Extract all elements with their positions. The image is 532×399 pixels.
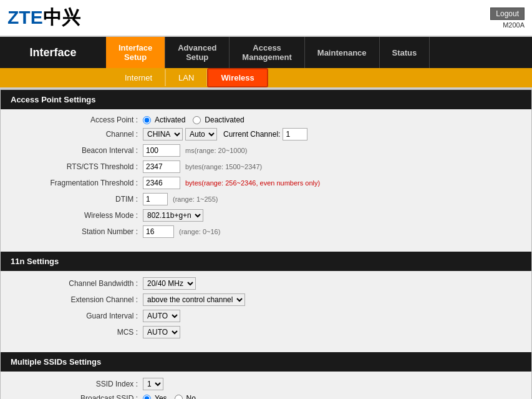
dtim-value: (range: 1~255): [143, 193, 218, 205]
nav-interface-label: Interface: [0, 37, 106, 68]
guard-interval-row: Guard Interval : AUTO: [13, 310, 519, 322]
tab-interface-setup[interactable]: InterfaceSetup: [106, 37, 165, 68]
rts-value: bytes(range: 1500~2347): [143, 160, 262, 173]
deactivated-label: Deactivated: [205, 116, 244, 124]
ext-channel-label: Extension Channel :: [13, 295, 138, 304]
access-point-label: Access Point :: [13, 116, 138, 124]
ext-channel-select[interactable]: above the control channel: [143, 293, 245, 306]
current-channel-label: Current Channel:: [223, 130, 280, 139]
dtim-hint: (range: 1~255): [173, 195, 218, 203]
wireless-mode-value: 802.11b+g+n: [143, 209, 203, 222]
station-hint: (range: 0~16): [179, 228, 220, 235]
tab-access-management[interactable]: AccessManagement: [230, 37, 304, 68]
channel-bw-label: Channel Bandwidth :: [13, 279, 138, 288]
access-point-section-header: Access Point Settings: [1, 90, 531, 109]
channel-country-select[interactable]: CHINA: [143, 128, 183, 140]
channel-bw-row: Channel Bandwidth : 20/40 MHz: [13, 277, 519, 290]
tab-status[interactable]: Status: [380, 37, 430, 68]
frag-row: Fragmentation Threshold : bytes(range: 2…: [13, 177, 519, 189]
guard-interval-label: Guard Interval :: [13, 312, 138, 320]
rts-label: RTS/CTS Threshold :: [13, 162, 138, 171]
broadcast-ssid-label: Broadcast SSID :: [13, 394, 138, 399]
frag-value: bytes(range: 256~2346, even numbers only…: [143, 177, 320, 189]
multiple-ssids-header: Multiple SSIDs Settings: [1, 352, 531, 372]
subnav-wireless[interactable]: Wireless: [207, 68, 268, 87]
mcs-label: MCS :: [13, 328, 138, 337]
mcs-row: MCS : AUTO: [13, 326, 519, 338]
broadcast-no-radio[interactable]: [175, 395, 183, 400]
dtim-input[interactable]: [143, 193, 168, 205]
guard-interval-select[interactable]: AUTO: [143, 310, 180, 322]
subnav-internet[interactable]: Internet: [112, 69, 165, 86]
beacon-row: Beacon Interval : ms(range: 20~1000): [13, 144, 519, 157]
frag-label: Fragmentation Threshold :: [13, 179, 138, 187]
wireless-mode-select[interactable]: 802.11b+g+n: [143, 209, 203, 222]
ssid-index-select[interactable]: 1: [143, 378, 163, 390]
access-point-value: Activated Deactivated: [143, 116, 244, 124]
tab-maintenance[interactable]: Maintenance: [305, 37, 380, 68]
ext-channel-row: Extension Channel : above the control ch…: [13, 293, 519, 306]
11n-section-header: 11n Settings: [1, 252, 531, 271]
nav-tabs: InterfaceSetup AdvancedSetup AccessManag…: [106, 37, 532, 68]
beacon-input[interactable]: [143, 144, 180, 157]
content-area: Access Point Settings Access Point : Act…: [0, 89, 532, 399]
station-label: Station Number :: [13, 227, 138, 236]
channel-value: CHINA Auto Current Channel:: [143, 128, 307, 140]
rts-hint: bytes(range: 1500~2347): [185, 163, 262, 170]
logout-button[interactable]: Logout: [490, 7, 525, 20]
rts-row: RTS/CTS Threshold : bytes(range: 1500~23…: [13, 160, 519, 173]
frag-input[interactable]: [143, 177, 180, 189]
ssid-index-value: 1: [143, 378, 163, 390]
channel-row: Channel : CHINA Auto Current Channel:: [13, 128, 519, 140]
ext-channel-value: above the control channel: [143, 293, 245, 306]
channel-bw-select[interactable]: 20/40 MHz: [143, 277, 196, 290]
ssid-index-row: SSID Index : 1: [13, 378, 519, 390]
header-right: Logout M200A: [490, 7, 525, 29]
broadcast-ssid-row: Broadcast SSID : Yes No: [13, 394, 519, 399]
station-row: Station Number : (range: 0~16): [13, 225, 519, 238]
channel-bw-value: 20/40 MHz: [143, 277, 196, 290]
wireless-mode-label: Wireless Mode :: [13, 211, 138, 220]
beacon-value: ms(range: 20~1000): [143, 144, 247, 157]
mcs-select[interactable]: AUTO: [143, 326, 180, 338]
dtim-row: DTIM : (range: 1~255): [13, 193, 519, 205]
beacon-label: Beacon Interval :: [13, 146, 138, 155]
frag-hint: bytes(range: 256~2346, even numbers only…: [185, 179, 320, 187]
11n-settings: Channel Bandwidth : 20/40 MHz Extension …: [1, 271, 531, 352]
ssid-index-label: SSID Index :: [13, 380, 138, 388]
model-label: M200A: [503, 21, 525, 29]
wireless-mode-row: Wireless Mode : 802.11b+g+n: [13, 209, 519, 222]
header: ZTE中兴 Logout M200A: [0, 0, 532, 37]
channel-auto-select[interactable]: Auto: [185, 128, 217, 140]
broadcast-yes-radio[interactable]: [143, 395, 151, 400]
tab-advanced-setup[interactable]: AdvancedSetup: [165, 37, 230, 68]
access-point-settings: Access Point : Activated Deactivated Cha…: [1, 109, 531, 252]
zte-logo: ZTE中兴: [7, 5, 80, 31]
multiple-ssids-settings: SSID Index : 1 Broadcast SSID : Yes No U…: [1, 372, 531, 399]
rts-input[interactable]: [143, 160, 180, 173]
station-value: (range: 0~16): [143, 225, 220, 238]
guard-interval-value: AUTO: [143, 310, 180, 322]
subnav-lan[interactable]: LAN: [165, 69, 207, 86]
access-point-row: Access Point : Activated Deactivated: [13, 116, 519, 124]
activated-radio[interactable]: [143, 116, 151, 124]
broadcast-no-label: No: [186, 394, 196, 399]
beacon-hint: ms(range: 20~1000): [185, 147, 247, 154]
deactivated-radio[interactable]: [193, 116, 201, 124]
current-channel-input[interactable]: [283, 128, 307, 140]
sub-nav: Internet LAN Wireless: [0, 68, 532, 89]
mcs-value: AUTO: [143, 326, 180, 338]
broadcast-ssid-value: Yes No: [143, 394, 196, 399]
activated-label: Activated: [155, 116, 185, 124]
main-nav: Interface InterfaceSetup AdvancedSetup A…: [0, 37, 532, 68]
channel-label: Channel :: [13, 130, 138, 139]
broadcast-yes-label: Yes: [155, 394, 167, 399]
station-input[interactable]: [143, 225, 174, 238]
dtim-label: DTIM :: [13, 195, 138, 204]
